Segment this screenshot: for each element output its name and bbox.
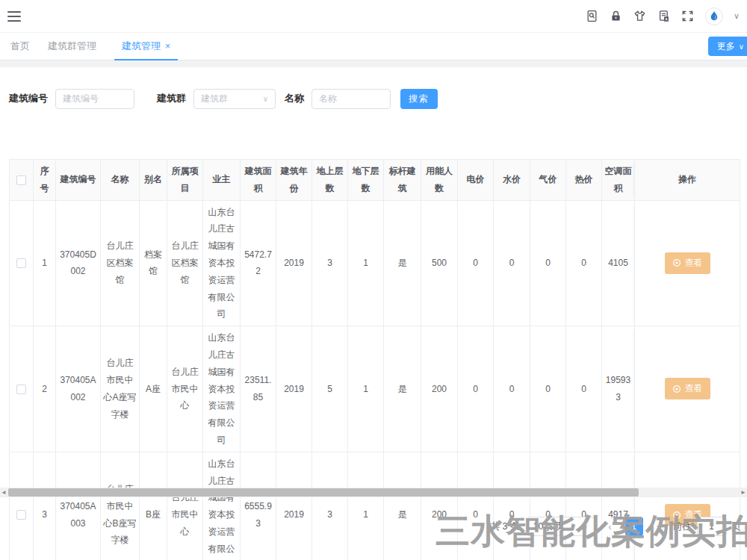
tab-building-mgmt-label: 建筑管理 [122,40,161,52]
cell-code: 370405A002 [56,326,101,452]
eye-icon [672,258,681,267]
buildings-table: 序号 建筑编号 名称 别名 所属项目 业主 建筑面积 建筑年份 地上层数 地下层… [9,159,740,560]
cell-project: 台儿庄市民中心 [167,326,203,452]
cell-heat-price: 0 [566,326,602,452]
page-unit-label: 页 [732,520,742,533]
building-group-select-placeholder: 建筑群 [201,93,228,105]
cell-code: 370405A003 [56,452,101,560]
header-elec-price: 电价 [458,160,494,201]
cell-ac-area: 4105 [602,200,635,326]
user-dropdown-caret-icon[interactable]: ∨ [734,12,740,20]
select-all-checkbox[interactable] [16,175,26,185]
view-button[interactable]: 查看 [665,252,710,274]
header-name: 名称 [101,160,140,201]
view-button[interactable]: 查看 [665,378,710,399]
cell-name: 台儿庄区档案馆 [101,200,140,326]
cell-alias: A座 [140,326,167,452]
more-button-label: 更多 [717,40,735,53]
fullscreen-icon[interactable] [681,10,695,23]
search-button[interactable]: 搜索 [400,89,438,109]
buildings-table-wrap: 序号 建筑编号 名称 别名 所属项目 业主 建筑面积 建筑年份 地上层数 地下层… [9,159,740,560]
header-heat-price: 热价 [566,160,602,201]
eye-icon [672,385,681,393]
header-alias: 别名 [140,160,167,201]
docs-icon[interactable] [657,10,671,23]
current-page-button[interactable]: 1 [625,517,643,535]
tab-close-icon[interactable]: × [165,41,170,52]
row-checkbox[interactable] [16,258,26,268]
cell-occupants: 200 [421,452,458,560]
chevron-down-icon: ∨ [583,523,588,531]
header-area: 建筑面积 [241,160,276,201]
file-search-icon[interactable] [586,10,599,23]
hamburger-icon[interactable] [7,11,21,22]
page-size-select[interactable]: 10条/页 ∨ [527,517,595,536]
navbar-right: ∨ [586,7,740,25]
cell-water-price: 0 [494,452,530,560]
cell-owner: 山东台儿庄古城国有资本投资运营有限公司 [203,200,241,326]
tab-home[interactable]: 首页 [10,33,30,60]
cell-floors-above: 5 [312,326,348,452]
cell-benchmark: 是 [384,326,421,452]
name-input[interactable] [311,89,391,109]
scroll-left-arrow-icon[interactable]: ◄ [0,488,7,497]
cell-owner: 山东台儿庄古城国有资本投资运营有限公司 [203,326,241,452]
content-divider-strip [0,60,747,67]
horizontal-scrollbar[interactable]: ◄ ► [0,488,747,497]
building-group-label: 建筑群 [157,92,186,105]
tab-building-group-mgmt[interactable]: 建筑群管理 [48,33,96,60]
cell-alias: B座 [140,452,167,560]
goto-page-input[interactable] [697,517,727,536]
header-ac-area: 空调面积 [602,160,635,201]
building-group-select[interactable]: 建筑群 ∨ [193,89,276,109]
cell-floors-below: 1 [348,452,384,560]
header-floors-above: 地上层数 [312,160,348,201]
cell-floors-below: 1 [348,326,384,452]
cell-benchmark: 是 [384,452,421,560]
tab-bar: 首页 建筑群管理 建筑管理× 更多∨ [0,33,747,60]
cell-gas-price: 0 [530,326,566,452]
cell-name: 台儿庄市民中心B座写字楼 [101,452,140,560]
header-owner: 业主 [203,160,241,201]
tab-building-mgmt[interactable]: 建筑管理× [114,33,178,60]
scrollbar-thumb[interactable] [8,488,639,497]
goto-label: 前往 [673,520,692,533]
lock-icon[interactable] [610,10,623,23]
header-benchmark: 标杆建筑 [384,160,421,201]
cell-water-price: 0 [494,200,530,326]
cell-year: 2019 [276,326,312,452]
cell-seq: 2 [34,326,56,452]
header-code: 建筑编号 [56,160,101,201]
header-project: 所属项目 [167,160,203,201]
header-gas-price: 气价 [530,160,566,201]
table-row: 1 370405D002 台儿庄区档案馆 档案馆 台儿庄区档案馆 山东台儿庄古城… [10,200,740,326]
cell-alias: 档案馆 [140,200,167,326]
avatar-logo-flame[interactable] [705,7,723,25]
row-checkbox[interactable] [16,385,26,394]
more-button[interactable]: 更多∨ [708,37,747,56]
cell-occupants: 200 [421,326,458,452]
cell-name: 台儿庄市民中心A座写字楼 [101,326,140,452]
header-water-price: 水价 [494,160,530,201]
cell-floors-above: 3 [312,452,348,560]
cell-gas-price: 0 [530,452,566,560]
next-page-button[interactable]: › [650,517,666,535]
cell-year: 2019 [276,200,312,326]
header-floors-below: 地下层数 [348,160,384,201]
pagination-total: 共 3 条 [491,520,520,533]
building-code-input[interactable] [55,89,134,109]
row-checkbox[interactable] [16,510,26,520]
cell-elec-price: 0 [458,452,494,560]
building-code-label: 建筑编号 [9,92,48,105]
theme-shirt-icon[interactable] [633,10,647,23]
scroll-right-arrow-icon[interactable]: ► [740,488,747,497]
cell-area: 5472.72 [241,200,276,326]
header-select-all [10,160,34,201]
cell-benchmark: 是 [384,200,421,326]
cell-seq: 3 [34,452,56,560]
cell-area: 6555.93 [241,452,276,560]
cell-ac-area: 195933 [602,326,635,452]
prev-page-button[interactable]: ‹ [602,517,619,535]
name-label: 名称 [285,92,304,105]
cell-code: 370405D002 [56,200,101,326]
